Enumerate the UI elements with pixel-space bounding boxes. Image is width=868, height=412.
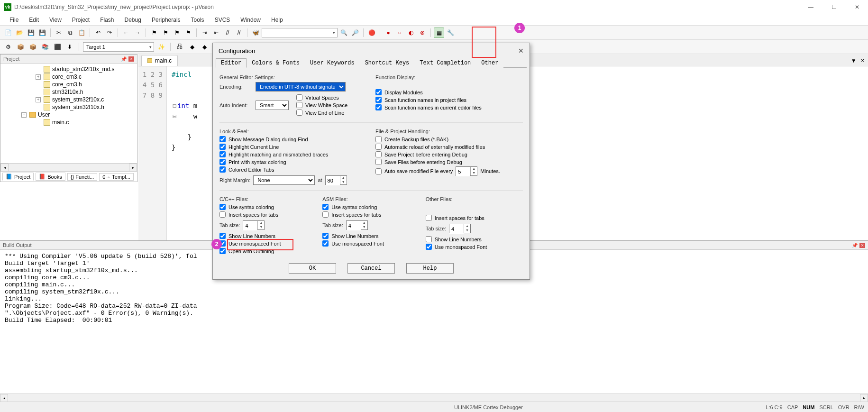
bookmark-clear-icon[interactable]: ⚑: [183, 27, 193, 38]
rebuild-icon[interactable]: 📦: [27, 42, 38, 52]
breakpoint-disable-icon[interactable]: ○: [394, 27, 405, 38]
close-button[interactable]: ✕: [850, 2, 864, 12]
target-options-icon[interactable]: ✨: [156, 42, 166, 52]
other-spaces-checkbox[interactable]: [426, 215, 432, 221]
highlight-braces-checkbox[interactable]: [219, 151, 226, 157]
pack-installer-icon[interactable]: ◆: [199, 42, 210, 52]
open-file-icon[interactable]: 📂: [14, 27, 25, 38]
tree-item[interactable]: −User: [2, 111, 135, 119]
dlg-tab-editor[interactable]: Editor: [216, 58, 247, 68]
bookmark-next-icon[interactable]: ⚑: [172, 27, 182, 38]
breakpoint-enable-icon[interactable]: ◐: [406, 27, 416, 38]
colored-tabs-checkbox[interactable]: [219, 166, 226, 173]
cc-outline-checkbox[interactable]: [219, 248, 226, 254]
create-backup-checkbox[interactable]: [375, 136, 382, 142]
uncomment-icon[interactable]: //: [234, 27, 244, 38]
close-panel-icon[interactable]: ×: [128, 56, 134, 62]
view-whitespace-checkbox[interactable]: [296, 102, 302, 108]
editor-tab-main-c[interactable]: main.c: [141, 55, 178, 66]
display-modules-checkbox[interactable]: [375, 89, 382, 95]
ok-button[interactable]: OK: [289, 263, 336, 274]
asm-tabsize-spinner[interactable]: ▲▼: [346, 220, 368, 230]
save-all-icon[interactable]: 💾: [37, 27, 47, 38]
indent-icon[interactable]: ⇥: [200, 27, 210, 38]
menu-file[interactable]: File: [5, 16, 23, 24]
cc-spaces-checkbox[interactable]: [219, 211, 226, 218]
batch-build-icon[interactable]: 📚: [40, 42, 50, 52]
tab-templates[interactable]: 0→ Templ...: [99, 173, 134, 181]
tree-item[interactable]: core_cm3.h: [2, 81, 135, 88]
dlg-tab-shortcuts[interactable]: Shortcut Keys: [360, 58, 415, 68]
menu-svcs[interactable]: SVCS: [210, 16, 235, 24]
other-linenum-checkbox[interactable]: [426, 236, 432, 242]
editor-close-icon[interactable]: ×: [861, 57, 864, 64]
dlg-tab-completion[interactable]: Text Completion: [414, 58, 476, 68]
highlight-line-checkbox[interactable]: [219, 144, 226, 150]
find-combo[interactable]: [262, 28, 338, 37]
copy-icon[interactable]: ⧉: [65, 27, 75, 38]
find-icon[interactable]: 🦋: [250, 27, 261, 38]
build-icon[interactable]: 📦: [15, 42, 26, 52]
scroll-right-icon[interactable]: ▸: [860, 394, 868, 402]
autoindent-select[interactable]: Smart: [256, 101, 289, 110]
dlg-tab-other[interactable]: Other: [476, 58, 503, 68]
virtual-spaces-checkbox[interactable]: [296, 94, 302, 101]
other-tabsize-spinner[interactable]: ▲▼: [449, 224, 471, 233]
menu-debug[interactable]: Debug: [120, 16, 146, 24]
outdent-icon[interactable]: ⇤: [211, 27, 221, 38]
config-icon[interactable]: 🔧: [445, 27, 456, 38]
right-margin-at-spinner[interactable]: ▲▼: [325, 175, 347, 185]
other-mono-checkbox[interactable]: [426, 244, 432, 250]
editor-dropdown-icon[interactable]: ▼: [851, 57, 857, 64]
print-syntax-checkbox[interactable]: [219, 159, 226, 165]
project-tree[interactable]: startup_stm32f10x_md.s+core_cm3.ccore_cm…: [0, 64, 137, 163]
menu-help[interactable]: Help: [266, 16, 288, 24]
tree-item[interactable]: stm32f10x.h: [2, 88, 135, 96]
cc-tabsize-spinner[interactable]: ▲▼: [243, 220, 265, 230]
scan-project-checkbox[interactable]: [375, 97, 382, 103]
tree-item[interactable]: system_stm32f10x.h: [2, 103, 135, 111]
nav-back-icon[interactable]: ←: [121, 27, 131, 38]
maximize-button[interactable]: ☐: [827, 2, 841, 12]
cc-syntax-checkbox[interactable]: [219, 204, 226, 210]
find-in-files-icon[interactable]: 🔍: [338, 27, 349, 38]
manage-packs-icon[interactable]: ◆: [187, 42, 197, 52]
menu-peripherals[interactable]: Peripherals: [147, 16, 185, 24]
autosave-checkbox[interactable]: [375, 168, 382, 174]
comment-icon[interactable]: //: [222, 27, 233, 38]
tab-project[interactable]: 📘 Project: [2, 173, 34, 181]
breakpoint-insert-icon[interactable]: ●: [383, 27, 393, 38]
dlg-tab-colors[interactable]: Colors & Fonts: [247, 58, 305, 68]
manage-project-icon[interactable]: 品: [174, 42, 185, 52]
pin-icon[interactable]: 📌: [852, 243, 858, 248]
scan-editor-checkbox[interactable]: [375, 104, 382, 110]
menu-project[interactable]: Project: [67, 16, 94, 24]
show-msg-dialog-checkbox[interactable]: [219, 136, 226, 142]
save-icon[interactable]: 💾: [26, 27, 36, 38]
pin-icon[interactable]: 📌: [121, 56, 127, 62]
tree-item[interactable]: main.c: [2, 119, 135, 126]
cc-linenum-checkbox[interactable]: [219, 233, 226, 239]
save-project-debug-checkbox[interactable]: [375, 151, 382, 157]
scroll-left-icon[interactable]: ◂: [0, 394, 8, 402]
redo-icon[interactable]: ↷: [104, 27, 115, 38]
window-layout-icon[interactable]: ▦: [434, 27, 444, 38]
close-panel-icon[interactable]: ×: [859, 243, 865, 248]
asm-spaces-checkbox[interactable]: [322, 211, 329, 218]
dialog-close-icon[interactable]: ✕: [518, 47, 524, 55]
incremental-find-icon[interactable]: 🔎: [350, 27, 360, 38]
cancel-button[interactable]: Cancel: [347, 263, 395, 274]
scroll-right-icon[interactable]: ▸: [129, 164, 137, 172]
tree-item[interactable]: +system_stm32f10x.c: [2, 96, 135, 103]
stop-build-icon[interactable]: ⬛: [52, 42, 63, 52]
new-file-icon[interactable]: 📄: [3, 27, 13, 38]
menu-window[interactable]: Window: [236, 16, 265, 24]
paste-icon[interactable]: 📋: [76, 27, 87, 38]
auto-reload-checkbox[interactable]: [375, 144, 382, 150]
save-files-debug-checkbox[interactable]: [375, 159, 382, 165]
tab-functions[interactable]: {} Functi...: [67, 173, 98, 181]
asm-syntax-checkbox[interactable]: [322, 204, 329, 210]
scroll-left-icon[interactable]: ◂: [0, 164, 9, 172]
tab-books[interactable]: 📕 Books: [36, 173, 65, 181]
undo-icon[interactable]: ↶: [93, 27, 103, 38]
